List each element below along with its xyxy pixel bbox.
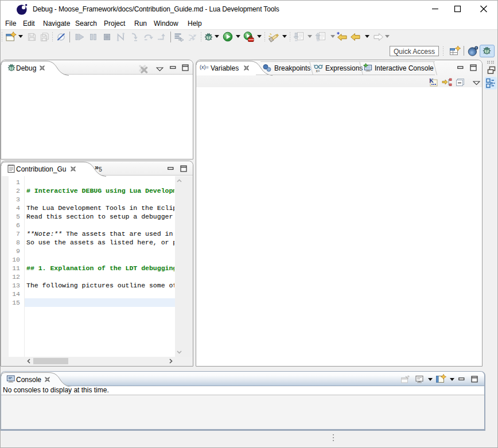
svg-text:x=: x= (316, 69, 320, 73)
svg-text:K: K (429, 77, 434, 84)
